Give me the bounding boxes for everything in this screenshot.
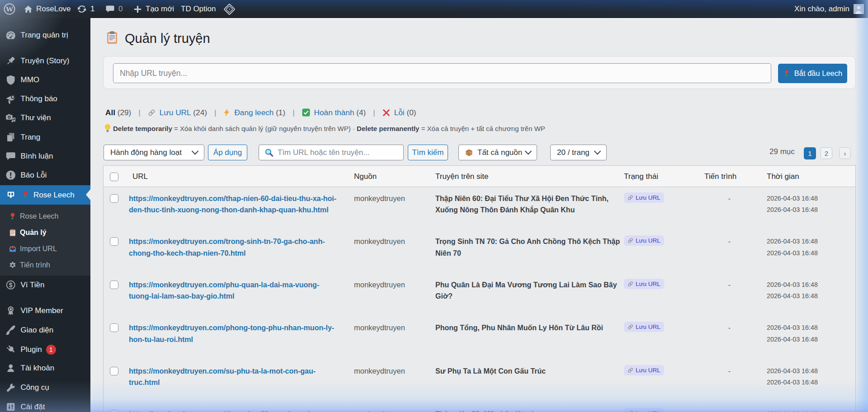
svg-text:$: $ — [9, 281, 13, 289]
svg-text:W: W — [6, 5, 14, 14]
